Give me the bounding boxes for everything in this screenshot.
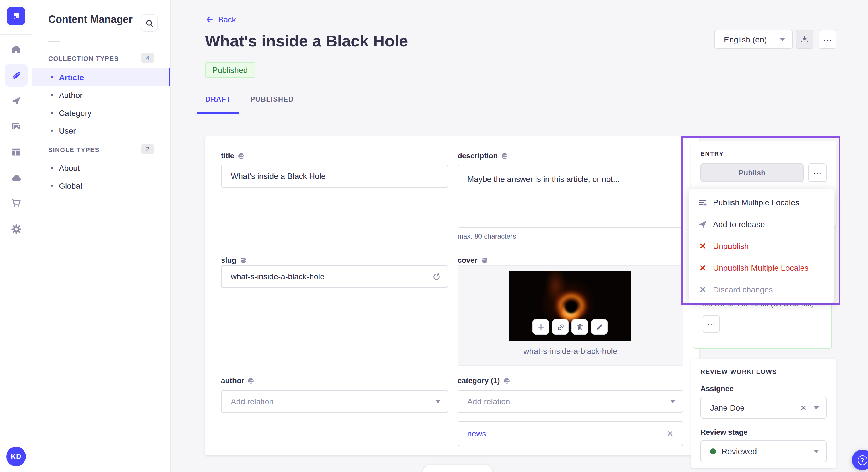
release-more-button[interactable]: ··· <box>703 315 720 333</box>
plus-icon <box>537 323 545 331</box>
list-plus-icon <box>698 198 707 207</box>
locale-globe-icon <box>503 377 510 384</box>
header-more-button[interactable]: ··· <box>818 30 836 49</box>
content-type-builder-icon[interactable] <box>5 140 28 164</box>
review-stage-select[interactable]: Reviewed <box>701 440 827 462</box>
tab-draft[interactable]: DRAFT <box>197 95 239 103</box>
delete-asset-button[interactable] <box>571 319 588 335</box>
help-button[interactable]: ? <box>852 450 868 470</box>
search-icon <box>145 19 154 27</box>
marketplace-cart-icon[interactable] <box>5 192 28 214</box>
bullet-icon: • <box>51 127 53 134</box>
sidebar-item-label: Global <box>59 181 82 190</box>
sidebar-item-global[interactable]: • Global <box>32 177 171 194</box>
title-input[interactable]: What's inside a Black Hole <box>221 165 448 188</box>
content-manager-sidebar: Content Manager COLLECTION TYPES 4 • Art… <box>32 0 171 472</box>
tab-published[interactable]: PUBLISHED <box>247 95 297 103</box>
sidebar-item-label: Category <box>59 108 92 117</box>
category-relation-item[interactable]: news ✕ <box>458 421 683 446</box>
author-field-label: author <box>221 376 255 385</box>
cover-filename: what-s-inside-a-black-hole <box>458 346 683 356</box>
trash-icon <box>576 323 584 331</box>
remove-relation-icon[interactable]: ✕ <box>667 429 673 438</box>
title-field-label: title <box>221 151 245 160</box>
author-label-text: author <box>221 376 244 385</box>
deploy-cloud-icon[interactable] <box>5 166 28 189</box>
chevron-down-icon <box>780 38 785 41</box>
bullet-icon: • <box>51 164 53 171</box>
single-types-count: 2 <box>141 144 154 154</box>
slug-input[interactable]: what-s-inside-a-black-hole <box>221 265 448 288</box>
sidebar-item-label: About <box>59 163 80 172</box>
user-avatar[interactable]: KD <box>6 447 26 466</box>
chevron-down-icon <box>670 400 676 403</box>
menu-item-publish-multiple-locales[interactable]: Publish Multiple Locales <box>689 192 834 213</box>
home-icon[interactable] <box>5 38 28 61</box>
bullet-icon: • <box>51 91 53 99</box>
clear-assignee-icon[interactable]: ✕ <box>800 403 807 412</box>
description-textarea[interactable]: Maybe the answer is in this article, or … <box>458 165 683 228</box>
slug-field-label: slug <box>221 256 247 264</box>
entry-heading: ENTRY <box>701 150 724 157</box>
cross-icon: ✕ <box>698 285 707 294</box>
settings-gear-icon[interactable] <box>5 217 28 240</box>
sidebar-item-user[interactable]: • User <box>32 122 171 139</box>
publish-actions-menu: Publish Multiple Locales Add to release … <box>689 189 834 303</box>
strapi-logo-icon <box>11 11 21 21</box>
cross-icon: ✕ <box>698 241 707 250</box>
cover-field-label: cover <box>458 256 488 264</box>
entry-more-button[interactable]: ··· <box>808 164 827 182</box>
question-mark-icon: ? <box>857 455 867 465</box>
sidebar-item-article[interactable]: • Article <box>32 68 171 86</box>
relation-link[interactable]: news <box>467 429 486 438</box>
collection-types-heading: COLLECTION TYPES <box>48 55 134 62</box>
menu-item-label: Publish Multiple Locales <box>713 198 799 207</box>
rail-divider <box>0 34 32 35</box>
description-helper: max. 80 characters <box>458 232 516 240</box>
bullet-icon: • <box>51 73 53 81</box>
category-relation-select[interactable]: Add relation <box>458 390 683 413</box>
menu-item-label: Unpublish Multiple Locales <box>713 263 809 272</box>
sidebar-item-author[interactable]: • Author <box>32 86 171 104</box>
sidebar-item-category[interactable]: • Category <box>32 104 171 122</box>
regenerate-slug-icon[interactable] <box>432 272 441 281</box>
copy-link-button[interactable] <box>552 319 569 335</box>
assignee-select[interactable]: Jane Doe ✕ <box>701 397 827 419</box>
review-workflows-panel: REVIEW WORKFLOWS Assignee Jane Doe ✕ Rev… <box>691 359 836 468</box>
locale-select[interactable]: English (en) <box>714 30 793 49</box>
locale-select-value: English (en) <box>724 35 767 44</box>
add-asset-button[interactable] <box>532 319 549 335</box>
floating-pill <box>423 465 492 472</box>
author-placeholder: Add relation <box>231 397 274 406</box>
download-icon <box>800 35 809 43</box>
collection-types-count: 4 <box>141 53 154 63</box>
author-relation-select[interactable]: Add relation <box>221 390 448 413</box>
menu-item-label: Unpublish <box>713 241 749 250</box>
category-label-text: category (1) <box>458 376 500 385</box>
locale-globe-icon <box>248 377 255 384</box>
sidebar-item-about[interactable]: • About <box>32 159 171 177</box>
stage-status-dot <box>710 448 716 454</box>
sidebar-item-label: User <box>59 126 76 135</box>
back-link[interactable]: Back <box>205 15 236 24</box>
bullet-icon: • <box>51 182 53 189</box>
stage-value: Reviewed <box>722 447 757 456</box>
slug-input-value: what-s-inside-a-black-hole <box>231 272 324 281</box>
review-stage-label: Review stage <box>701 428 748 436</box>
content-manager-icon[interactable] <box>5 64 28 87</box>
search-button[interactable] <box>141 14 158 32</box>
releases-icon[interactable] <box>5 90 28 112</box>
media-library-icon[interactable] <box>5 115 28 138</box>
menu-item-add-to-release[interactable]: Add to release <box>689 213 834 235</box>
publish-button[interactable]: Publish <box>701 164 804 182</box>
download-button[interactable] <box>796 30 813 49</box>
divider <box>48 41 60 42</box>
back-arrow-icon <box>205 15 214 24</box>
description-value: Maybe the answer is in this article, or … <box>467 174 620 183</box>
menu-item-discard-changes[interactable]: ✕ Discard changes <box>689 279 834 301</box>
edit-asset-button[interactable] <box>591 319 608 335</box>
more-icon: ··· <box>813 168 822 177</box>
menu-item-unpublish[interactable]: ✕ Unpublish <box>689 235 834 257</box>
strapi-logo[interactable] <box>7 7 25 25</box>
menu-item-unpublish-multiple-locales[interactable]: ✕ Unpublish Multiple Locales <box>689 257 834 279</box>
